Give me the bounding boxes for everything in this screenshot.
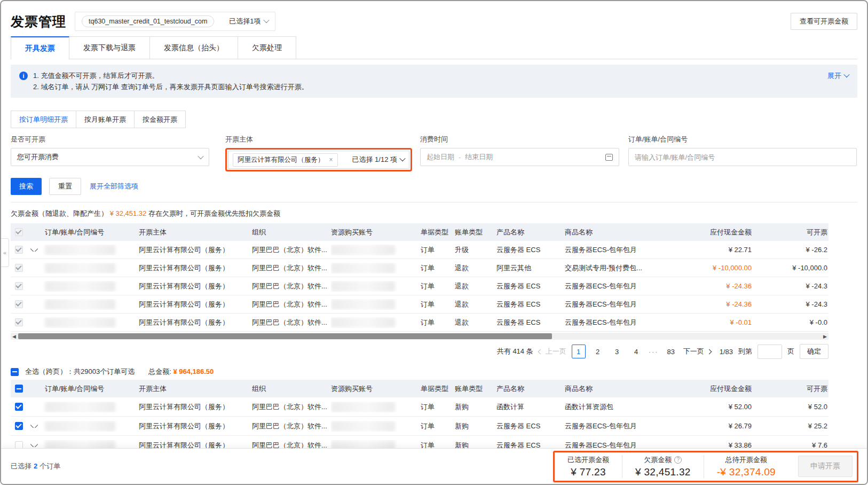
prev-page-button[interactable]: 上一页 <box>539 347 566 356</box>
col-goods: 商品名称 <box>565 228 661 237</box>
page-number-4[interactable]: 4 <box>629 345 643 358</box>
cell-invoicable: ¥ 25.2 <box>754 422 828 430</box>
select-all-checkbox[interactable] <box>11 368 19 376</box>
page-title: 发票管理 <box>11 13 66 30</box>
entity-selected-tag: 阿里云计算有限公司（服务） × <box>233 153 338 167</box>
tab-download-refund[interactable]: 发票下载与退票 <box>69 36 150 59</box>
row-checkbox[interactable] <box>15 282 23 290</box>
notice-banner: i 1. 充值金额不可开票，结算后才可开票。 2. 域名订单，请从 万网订单 查… <box>11 65 857 98</box>
mode-tab-by-monthly-bill[interactable]: 按月账单开票 <box>76 111 135 128</box>
expand-chevron-icon[interactable] <box>30 248 38 252</box>
table-row: 阿里云计算有限公司（服务） 阿里巴巴（北京）软件... 订单 升级 云服务器 E… <box>11 241 828 259</box>
header-checkbox[interactable] <box>15 228 23 236</box>
scroll-left-arrow[interactable]: ◀ <box>11 333 18 340</box>
next-page-button[interactable]: 下一页 <box>683 347 711 356</box>
footer-action-bar: 已选择2个订单 已选开票金额 ¥ 77.23 欠票金额? ¥ 32,451.32… <box>1 448 867 484</box>
col-bill-type: 账单类型 <box>455 228 496 237</box>
goto-label: 到第 <box>738 347 752 356</box>
entity-annotation-box: 阿里云计算有限公司（服务） × 已选择 1/12 项 <box>225 148 412 171</box>
arrears-amount: ¥ 32,451.32 <box>110 209 147 217</box>
date-range-picker[interactable]: 起始日期 - 结束日期 <box>420 148 619 166</box>
cell-org: 阿里巴巴（北京）软件... <box>252 245 331 255</box>
selected-orders-info: 已选择2个订单 <box>11 461 60 471</box>
selected-count: 2 <box>34 462 37 470</box>
divider <box>11 202 857 202</box>
start-date-field[interactable]: 起始日期 <box>427 152 454 162</box>
reset-button[interactable]: 重置 <box>49 178 81 195</box>
order-number-redacted <box>45 281 115 292</box>
table-row: 阿里云计算有限公司（服务） 阿里巴巴（北京）软件... 订单 退款 云服务器 E… <box>11 314 828 332</box>
filter-invoicable-label: 是否可开票 <box>11 135 209 144</box>
search-button[interactable]: 搜索 <box>11 178 42 195</box>
page-number-2[interactable]: 2 <box>591 345 605 358</box>
goto-page-input[interactable] <box>757 345 782 359</box>
cell-cash: ¥ -10,000.00 <box>661 264 754 272</box>
table-row: 阿里云计算有限公司（服务） 阿里巴巴（北京）软件... 订单 新购 函数计算 函… <box>11 397 828 417</box>
col-order-no: 订单/账单/合同编号 <box>42 228 139 237</box>
row-checkbox[interactable] <box>15 422 23 430</box>
tab-invoice-info[interactable]: 发票信息（抬头） <box>149 36 238 59</box>
order-number-input[interactable] <box>635 153 850 161</box>
invoicable-select[interactable]: 您可开票消费 <box>11 148 209 166</box>
col-account: 资源购买账号 <box>331 228 421 237</box>
scroll-right-arrow[interactable]: ▶ <box>822 333 828 340</box>
row-checkbox[interactable] <box>15 300 23 308</box>
page-number-83[interactable]: 83 <box>664 345 678 358</box>
help-icon[interactable]: ? <box>674 456 682 464</box>
filter-entity-label: 开票主体 <box>225 135 412 144</box>
order-number-redacted <box>45 299 115 310</box>
invoicable-orders-table: 订单/账单/合同编号 开票主体 组织 资源购买账号 单据类型 账单类型 产品名称… <box>11 223 828 332</box>
account-redacted <box>331 263 395 273</box>
cell-entity: 阿里云计算有限公司（服务） <box>139 245 252 255</box>
end-date-field[interactable]: 结束日期 <box>465 152 493 162</box>
order-number-redacted <box>45 317 115 328</box>
mode-tab-by-amount[interactable]: 按金额开票 <box>134 111 186 128</box>
account-redacted <box>331 281 395 292</box>
cell-invoicable: ¥ -10,000.0 <box>754 264 828 272</box>
calendar-icon[interactable] <box>605 154 613 161</box>
row-checkbox[interactable] <box>15 246 23 254</box>
table-row: 阿里云计算有限公司（服务） 阿里巴巴（北京）软件... 订单 退款 云服务器 E… <box>11 295 828 314</box>
expand-chevron-icon[interactable] <box>30 444 38 447</box>
mode-tab-by-order-detail[interactable]: 按订单明细开票 <box>11 111 76 128</box>
goto-unit: 页 <box>787 347 794 356</box>
table-row: 阿里云计算有限公司（服务） 阿里巴巴（北京）软件... 订单 退款 云服务器 E… <box>11 277 828 295</box>
scrollbar-thumb[interactable] <box>18 333 552 339</box>
horizontal-scrollbar[interactable]: ◀ ▶ <box>11 333 828 340</box>
page-number-3[interactable]: 3 <box>610 345 624 358</box>
row-checkbox[interactable] <box>15 264 23 272</box>
expand-all-filters-link[interactable]: 展开全部筛选项 <box>90 182 138 191</box>
row-checkbox[interactable] <box>15 318 23 326</box>
view-invoicable-amount-button[interactable]: 查看可开票金额 <box>791 13 857 30</box>
stat-total-pending-amount: 总待开票金额 -¥ 32,374.09 <box>704 455 788 478</box>
tag-close-icon[interactable]: × <box>329 156 333 163</box>
order-number-redacted <box>45 263 115 273</box>
invoicable-select-value: 您可开票消费 <box>17 152 199 162</box>
expand-chevron-icon[interactable] <box>30 425 38 428</box>
cell-invoicable: ¥ -0.0 <box>754 318 828 326</box>
account-selector[interactable]: tq630_master_credit_01_testcloud_com 已选择… <box>75 12 275 31</box>
table-header: 订单/账单/合同编号 开票主体 组织 资源购买账号 单据类型 账单类型 产品名称… <box>11 223 828 241</box>
filter-orderno-label: 订单/账单/合同编号 <box>628 135 857 144</box>
filter-time-label: 消费时间 <box>420 135 619 144</box>
tab-issue-invoice[interactable]: 开具发票 <box>11 36 69 59</box>
filter-actions: 搜索 重置 展开全部筛选项 <box>11 178 857 195</box>
col-org: 组织 <box>252 228 331 237</box>
row-checkbox[interactable] <box>15 403 23 411</box>
account-tag[interactable]: tq630_master_credit_01_testcloud_com <box>82 15 214 27</box>
tab-arrears-handling[interactable]: 欠票处理 <box>238 36 296 59</box>
account-redacted <box>331 402 395 412</box>
page-ellipsis: ··· <box>649 348 659 356</box>
panel-collapse-handle[interactable]: « <box>1 238 9 267</box>
order-number-redacted <box>45 402 115 412</box>
invoice-mode-tabs: 按订单明细开票 按月账单开票 按金额开票 <box>11 111 857 128</box>
notice-expand-link[interactable]: 展开 <box>827 71 849 81</box>
apply-invoice-button[interactable]: 申请开票 <box>798 456 853 477</box>
entity-multiselect[interactable]: 阿里云计算有限公司（服务） × 已选择 1/12 项 <box>228 151 409 169</box>
cell-cash: ¥ 22.71 <box>661 246 754 254</box>
order-number-redacted <box>45 245 115 255</box>
page-number-1[interactable]: 1 <box>572 345 586 358</box>
header-checkbox[interactable] <box>15 385 23 393</box>
total-amount-value: ¥ 964,186.50 <box>173 367 214 376</box>
goto-confirm-button[interactable]: 确定 <box>800 344 828 359</box>
